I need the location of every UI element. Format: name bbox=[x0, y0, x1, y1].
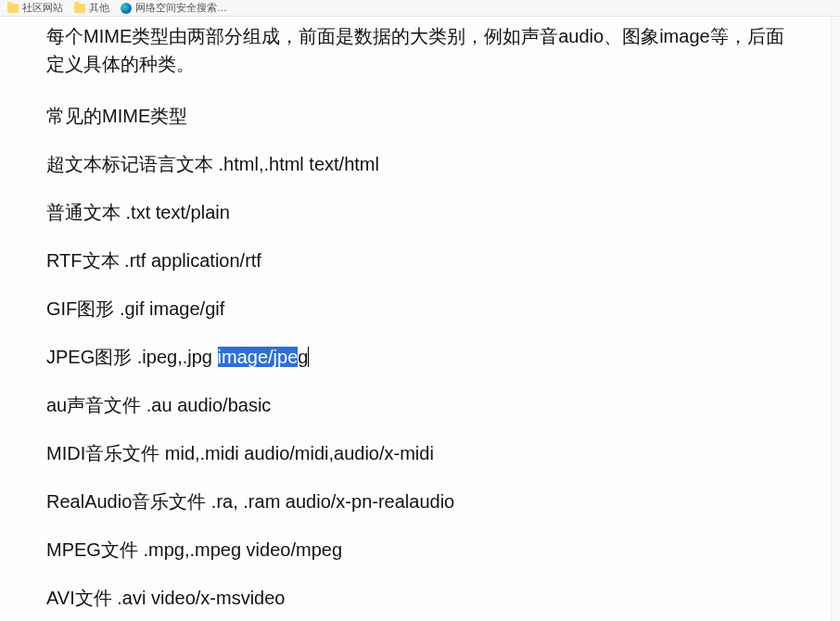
mime-text: 普通文本 .txt text/plain bbox=[46, 202, 230, 222]
folder-icon bbox=[74, 4, 85, 13]
mime-text: MPEG文件 .mpg,.mpeg video/mpeg bbox=[46, 539, 342, 560]
mime-line: AVI文件 .avi video/x-msvideo bbox=[46, 584, 794, 612]
mime-text: MIDI音乐文件 mid,.midi audio/midi,audio/x-mi… bbox=[46, 443, 434, 463]
text-selection: image/jpe bbox=[218, 347, 299, 367]
bookmark-folder-community[interactable]: 社区网站 bbox=[7, 1, 63, 15]
mime-text: RealAudio音乐文件 .ra, .ram audio/x-pn-reala… bbox=[46, 491, 454, 512]
intro-paragraph: 每个MIME类型由两部分组成，前面是数据的大类别，例如声音audio、图象ima… bbox=[46, 22, 794, 78]
mime-line: au声音文件 .au audio/basic bbox=[46, 391, 794, 419]
bookmark-folder-other[interactable]: 其他 bbox=[74, 1, 109, 15]
mime-line: 普通文本 .txt text/plain bbox=[46, 198, 794, 226]
mime-line: RealAudio音乐文件 .ra, .ram audio/x-pn-reala… bbox=[46, 488, 794, 515]
scrollbar-track[interactable] bbox=[831, 17, 840, 621]
mime-line: GIF图形 .gif image/gif bbox=[46, 295, 794, 323]
mime-text: GIF图形 .gif image/gif bbox=[46, 298, 224, 319]
section-heading: 常见的MIME类型 bbox=[46, 102, 794, 130]
mime-text: g bbox=[298, 347, 308, 367]
bookmark-label: 社区网站 bbox=[22, 1, 63, 15]
mime-line: 超文本标记语言文本 .html,.html text/html bbox=[46, 150, 794, 178]
edge-icon bbox=[121, 3, 132, 14]
mime-line: MIDI音乐文件 mid,.midi audio/midi,audio/x-mi… bbox=[46, 439, 794, 467]
mime-line: MPEG文件 .mpg,.mpeg video/mpeg bbox=[46, 536, 794, 564]
text-cursor-icon bbox=[308, 347, 309, 367]
mime-text: au声音文件 .au audio/basic bbox=[46, 395, 271, 415]
bookmark-link-search[interactable]: 网络空间安全搜索… bbox=[121, 1, 227, 15]
mime-text: 超文本标记语言文本 .html,.html text/html bbox=[46, 154, 379, 174]
mime-line: JPEG图形 .ipeg,.jpg image/jpeg bbox=[46, 343, 794, 371]
mime-text: JPEG图形 .ipeg,.jpg bbox=[46, 347, 218, 367]
bookmark-bar: 社区网站 其他 网络空间安全搜索… bbox=[0, 0, 840, 17]
mime-text: RTF文本 .rtf application/rtf bbox=[46, 250, 261, 271]
folder-icon bbox=[7, 4, 19, 13]
mime-line: RTF文本 .rtf application/rtf bbox=[46, 247, 794, 274]
bookmark-label: 其他 bbox=[89, 1, 109, 15]
mime-text: AVI文件 .avi video/x-msvideo bbox=[46, 588, 286, 608]
document-content: 每个MIME类型由两部分组成，前面是数据的大类别，例如声音audio、图象ima… bbox=[0, 17, 840, 621]
bookmark-label: 网络空间安全搜索… bbox=[135, 1, 227, 15]
